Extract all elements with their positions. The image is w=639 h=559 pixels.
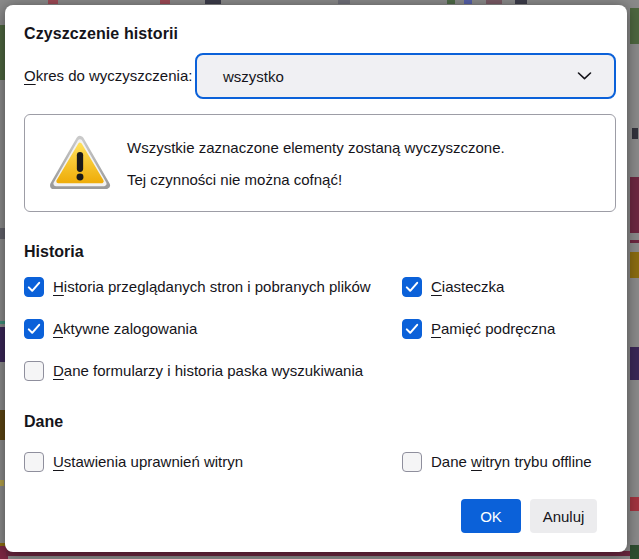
chevron-down-icon	[577, 72, 592, 81]
backdrop-fragment	[630, 240, 639, 243]
section-heading-data: Dane	[24, 413, 63, 431]
backdrop-fragment	[486, 0, 502, 4]
backdrop-fragment	[630, 8, 639, 44]
checkbox-label-active-logins[interactable]: Aktywne zalogowania	[53, 319, 197, 339]
checkbox-browsing-history[interactable]	[24, 277, 44, 297]
checkbox-row-site-permissions: Ustawienia uprawnień witryn	[24, 452, 243, 472]
checkbox-site-permissions[interactable]	[24, 452, 44, 472]
clear-history-dialog: Czyszczenie historii Okres do wyczyszcze…	[5, 5, 627, 552]
checkbox-label-offline-site-data[interactable]: Dane witryn trybu offline	[431, 452, 592, 472]
backdrop-fragment	[464, 0, 472, 4]
time-range-select[interactable]: wszystko	[195, 53, 616, 99]
checkbox-label-form-search-history[interactable]: Dane formularzy i historia paska wyszuki…	[53, 361, 363, 381]
backdrop-fragment	[632, 128, 638, 139]
ok-button[interactable]: OK	[461, 499, 521, 533]
backdrop-fragment	[447, 0, 455, 4]
backdrop-fragment	[630, 252, 639, 278]
checkbox-offline-site-data[interactable]	[402, 452, 422, 472]
section-heading-history: Historia	[24, 243, 84, 261]
time-range-selected-value: wszystko	[197, 68, 284, 85]
warning-triangle-icon	[49, 133, 111, 195]
checkbox-form-search-history[interactable]	[24, 361, 44, 381]
checkbox-cache[interactable]	[402, 319, 422, 339]
cancel-button[interactable]: Anuluj	[530, 499, 597, 533]
backdrop-fragment	[515, 0, 527, 4]
checkbox-row-offline-site-data: Dane witryn trybu offline	[402, 452, 592, 472]
checkbox-active-logins[interactable]	[24, 319, 44, 339]
warning-box: Wszystkie zaznaczone elementy zostaną wy…	[24, 114, 616, 212]
time-range-label: Okres do wyczyszczenia:	[24, 53, 192, 99]
checkbox-cookies[interactable]	[402, 277, 422, 297]
checkbox-label-browsing-history[interactable]: Historia przeglądanych stron i pobranych…	[53, 277, 371, 297]
backdrop-fragment	[0, 480, 4, 486]
backdrop-fragment	[630, 347, 639, 380]
checkbox-row-active-logins: Aktywne zalogowania	[24, 319, 197, 339]
warning-text: Wszystkie zaznaczone elementy zostaną wy…	[127, 137, 505, 191]
backdrop-fragment	[630, 177, 639, 233]
checkbox-row-cookies: Ciasteczka	[402, 277, 504, 297]
backdrop-fragment	[630, 545, 639, 559]
dialog-title: Czyszczenie historii	[24, 25, 178, 43]
warning-line-1: Wszystkie zaznaczone elementy zostaną wy…	[127, 137, 505, 159]
warning-line-2: Tej czynności nie można cofnąć!	[127, 169, 505, 191]
backdrop-fragment	[48, 0, 58, 4]
checkbox-row-browsing-history: Historia przeglądanych stron i pobranych…	[24, 277, 371, 297]
backdrop-fragment	[160, 0, 170, 4]
checkbox-label-site-permissions[interactable]: Ustawienia uprawnień witryn	[53, 452, 243, 472]
backdrop-fragment	[205, 0, 221, 4]
checkbox-label-cache[interactable]: Pamięć podręczna	[431, 319, 555, 339]
checkbox-label-cookies[interactable]: Ciasteczka	[431, 277, 504, 297]
backdrop-fragment	[630, 497, 639, 511]
checkbox-row-form-search-history: Dane formularzy i historia paska wyszuki…	[24, 361, 363, 381]
backdrop-fragment	[338, 0, 350, 4]
checkbox-row-cache: Pamięć podręczna	[402, 319, 555, 339]
